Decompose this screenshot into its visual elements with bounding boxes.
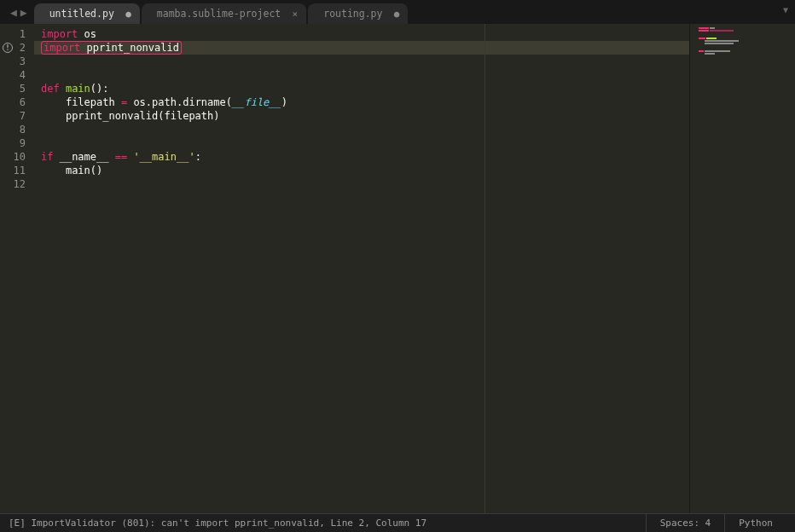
indent [41, 165, 66, 176]
identifier: pprint_nonvalid [80, 42, 179, 54]
minimap[interactable] [689, 24, 783, 513]
indent [41, 96, 66, 108]
gutter: ! 1 2 3 4 5 6 7 8 9 10 11 12 [0, 24, 34, 513]
line-number: 5 [0, 82, 34, 95]
tab-routing-py[interactable]: routing.py ● [308, 3, 408, 24]
punctuation: (): [90, 83, 109, 95]
tab-mamba-project[interactable]: mamba.sublime-project × [142, 3, 306, 24]
keyword: def [41, 83, 60, 95]
tab-bar: ◀ ▶ untitled.py ● mamba.sublime-project … [0, 0, 795, 24]
status-error-message[interactable]: [E] ImportValidator (801): can't import … [9, 518, 646, 529]
line-number: 12 [0, 177, 34, 191]
tab-label: mamba.sublime-project [157, 8, 281, 20]
keyword: if [41, 151, 53, 163]
tab-label: untitled.py [49, 8, 114, 20]
identifier: filepath [66, 96, 115, 108]
string: '__main__' [133, 151, 194, 163]
line-number: 10 [0, 150, 34, 164]
punctuation: ) [281, 96, 287, 108]
operator: = [115, 96, 134, 108]
history-nav: ◀ ▶ [3, 0, 34, 24]
indent [41, 110, 66, 122]
tab-menu-chevron-icon[interactable]: ▼ [783, 5, 788, 14]
call: os.path.dirname( [133, 96, 232, 108]
punctuation: : [195, 151, 201, 163]
keyword: import [41, 28, 78, 40]
indentation-setting[interactable]: Spaces: 4 [646, 514, 725, 532]
editor-area: ! 1 2 3 4 5 6 7 8 9 10 11 12 import os i… [0, 24, 795, 513]
space [53, 151, 59, 163]
code-editor[interactable]: import os import pprint_nonvalid def mai… [34, 24, 689, 513]
dirty-indicator-icon: ● [394, 9, 400, 20]
operator: == [108, 151, 133, 163]
tab-label: routing.py [323, 8, 382, 20]
error-underline: import pprint_nonvalid [41, 41, 182, 55]
call: main() [66, 165, 102, 176]
nav-back-icon[interactable]: ◀ [9, 6, 19, 19]
dunder: __file__ [232, 96, 281, 108]
line-number: 7 [0, 109, 34, 123]
line-number: 1 [0, 27, 34, 41]
dirty-indicator-icon: ● [125, 9, 131, 20]
line-number: 6 [0, 95, 34, 109]
line-number: 8 [0, 123, 34, 136]
line-number: 3 [0, 55, 34, 68]
status-bar: [E] ImportValidator (801): can't import … [0, 513, 795, 532]
call: pprint_nonvalid(filepath) [66, 110, 220, 122]
keyword: import [44, 42, 80, 54]
error-gutter-icon[interactable]: ! [3, 43, 13, 53]
identifier: os [78, 28, 96, 40]
line-number: 9 [0, 136, 34, 150]
close-icon[interactable]: × [293, 9, 299, 20]
function-name: main [60, 83, 90, 95]
vertical-scrollbar[interactable] [783, 24, 795, 513]
line-number: 4 [0, 68, 34, 82]
tab-untitled-py[interactable]: untitled.py ● [34, 3, 140, 24]
identifier: __name__ [60, 151, 109, 163]
syntax-setting[interactable]: Python [724, 514, 786, 532]
minimap-render [699, 27, 775, 55]
line-number: 11 [0, 164, 34, 177]
nav-forward-icon[interactable]: ▶ [19, 6, 29, 19]
